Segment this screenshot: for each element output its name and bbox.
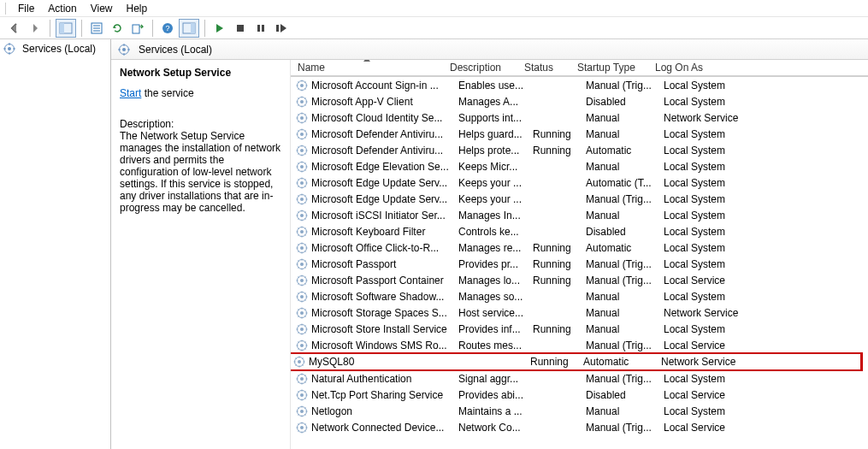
svg-text:?: ? [165, 24, 169, 32]
back-button[interactable] [5, 19, 24, 38]
cell-desc: Routes mes... [458, 340, 533, 352]
table-row[interactable]: Microsoft App-V ClientManages A...Disabl… [291, 93, 868, 109]
cell-name: Microsoft iSCSI Initiator Ser... [311, 210, 458, 222]
cell-desc: Host service... [458, 307, 533, 319]
menu-file[interactable]: File [11, 1, 41, 16]
svg-point-68 [300, 149, 304, 152]
menu-help[interactable]: Help [120, 1, 155, 16]
gear-icon [296, 275, 308, 287]
cell-name: Microsoft Account Sign-in ... [311, 80, 458, 92]
gear-icon [296, 258, 308, 270]
col-name[interactable]: Name [291, 60, 443, 75]
table-row[interactable]: Microsoft Windows SMS Ro...Routes mes...… [291, 337, 868, 353]
svg-rect-12 [257, 25, 260, 32]
menu-view[interactable]: View [84, 1, 120, 16]
cell-startup: Manual (Trig... [586, 422, 664, 434]
table-row[interactable]: Microsoft Account Sign-in ...Enables use… [291, 77, 868, 93]
cell-status: Running [533, 323, 586, 335]
cell-desc: Provides pr... [458, 258, 533, 270]
cell-desc: Controls ke... [458, 226, 533, 238]
gear-icon [296, 422, 308, 434]
gear-icon [296, 307, 308, 319]
pause-service-button[interactable] [251, 19, 270, 38]
table-row[interactable]: Net.Tcp Port Sharing ServiceProvides abi… [291, 387, 868, 403]
svg-point-238 [300, 426, 304, 429]
table-row[interactable]: MySQL80RunningAutomaticNetwork Service [291, 352, 863, 371]
cell-startup: Manual [586, 112, 664, 124]
cell-name: MySQL80 [309, 356, 456, 368]
table-row[interactable]: Microsoft Keyboard FilterControls ke...D… [291, 223, 868, 239]
selected-service-name: Network Setup Service [120, 67, 281, 79]
nav-tree-root[interactable]: Services (Local) [0, 41, 110, 56]
help-button[interactable]: ? [158, 19, 177, 38]
table-row[interactable]: Microsoft Edge Update Serv...Keeps your … [291, 174, 868, 191]
table-row[interactable]: Microsoft Edge Elevation Se...Keeps Micr… [291, 158, 868, 174]
table-row[interactable]: Microsoft Store Install ServiceProvides … [291, 321, 868, 337]
cell-startup: Manual (Trig... [586, 340, 664, 352]
cell-desc: Enables use... [458, 80, 533, 92]
stop-service-button[interactable] [231, 19, 250, 38]
list-header: Name Description Status Startup Type Log… [291, 60, 868, 77]
cell-desc: Supports int... [458, 112, 533, 124]
table-row[interactable]: Microsoft iSCSI Initiator Ser...Manages … [291, 207, 868, 223]
refresh-button[interactable] [108, 19, 127, 38]
gear-icon [296, 193, 308, 205]
table-row[interactable]: Microsoft Defender Antiviru...Helps guar… [291, 126, 868, 142]
svg-point-88 [300, 181, 304, 185]
services-list[interactable]: Name Description Status Startup Type Log… [291, 60, 868, 449]
cell-logon: Local System [664, 80, 775, 92]
services-window: File Action View Help ? [0, 0, 868, 449]
restart-service-button[interactable] [272, 19, 291, 38]
start-service-button[interactable] [210, 19, 229, 38]
cell-startup: Disabled [586, 389, 664, 401]
services-icon [3, 43, 15, 55]
table-row[interactable]: Microsoft Office Click-to-R...Manages re… [291, 239, 868, 256]
svg-rect-13 [262, 25, 264, 32]
show-hide-action-pane-button[interactable] [179, 19, 199, 38]
cell-status: Running [533, 275, 586, 287]
gear-icon [296, 145, 308, 157]
table-row[interactable]: Microsoft Edge Update Serv...Keeps your … [291, 191, 868, 207]
cell-logon: Network Service [664, 112, 775, 124]
svg-point-178 [300, 328, 304, 331]
table-row[interactable]: Natural AuthenticationSignal aggr...Manu… [291, 370, 868, 387]
cell-logon: Local System [664, 258, 775, 270]
col-logon[interactable]: Log On As [648, 60, 759, 75]
table-row[interactable]: Microsoft Passport ContainerManages lo..… [291, 272, 868, 288]
cell-status: Running [533, 242, 586, 254]
col-description[interactable]: Description [443, 60, 517, 75]
svg-point-138 [300, 263, 304, 266]
table-row[interactable]: Network Connected Device...Network Co...… [291, 419, 868, 435]
menu-action[interactable]: Action [41, 1, 83, 16]
col-startup[interactable]: Startup Type [570, 60, 648, 75]
cell-startup: Automatic [586, 242, 664, 254]
gear-icon [296, 373, 308, 385]
gear-icon [296, 128, 308, 140]
cell-desc: Manages so... [458, 291, 533, 303]
cell-status: Running [533, 128, 586, 140]
table-row[interactable]: Microsoft Cloud Identity Se...Supports i… [291, 109, 868, 126]
start-link[interactable]: Start [120, 87, 141, 99]
cell-startup: Manual [586, 307, 664, 319]
content-header: Services (Local) [111, 39, 868, 60]
svg-point-218 [300, 393, 304, 397]
description-text: The Network Setup Service manages the in… [120, 130, 281, 214]
properties-button[interactable] [87, 19, 106, 38]
table-row[interactable]: NetlogonMaintains a ...ManualLocal Syste… [291, 403, 868, 419]
table-row[interactable]: Microsoft PassportProvides pr...RunningM… [291, 256, 868, 272]
svg-point-118 [300, 230, 304, 233]
table-row[interactable]: Microsoft Software Shadow...Manages so..… [291, 288, 868, 304]
start-link-suffix: the service [145, 87, 194, 99]
table-row[interactable]: Microsoft Defender Antiviru...Helps prot… [291, 142, 868, 158]
cell-desc: Provides inf... [458, 323, 533, 335]
cell-name: Microsoft Defender Antiviru... [311, 145, 458, 157]
cell-logon: Local Service [664, 389, 775, 401]
table-row[interactable]: Microsoft Storage Spaces S...Host servic… [291, 304, 868, 321]
show-hide-tree-button[interactable] [56, 19, 76, 38]
forward-button[interactable] [26, 19, 44, 38]
export-button[interactable] [128, 19, 147, 38]
cell-desc: Manages In... [458, 210, 533, 222]
col-status[interactable]: Status [517, 60, 570, 75]
cell-startup: Automatic [586, 145, 664, 157]
svg-point-128 [300, 246, 304, 250]
